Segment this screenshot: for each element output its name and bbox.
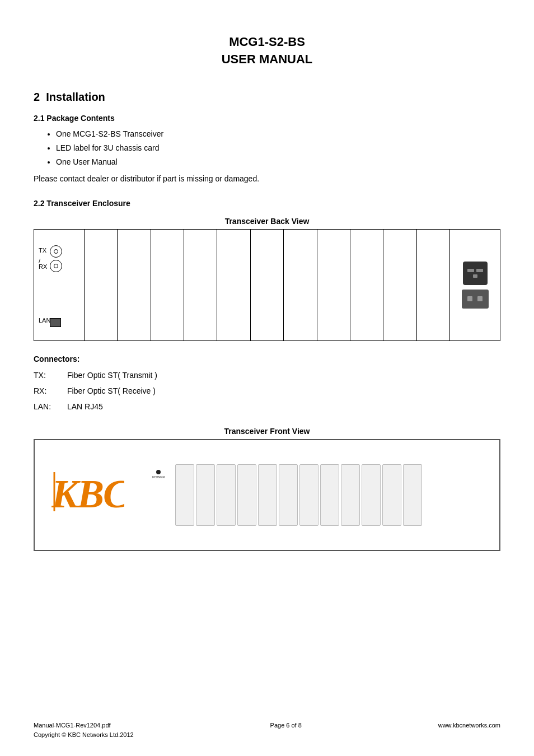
grid-col-11 (417, 230, 449, 340)
rx-port (50, 260, 62, 272)
power-plug-icon (463, 262, 488, 285)
front-port-6 (299, 464, 318, 526)
prong-left (467, 269, 474, 272)
front-port-11 (403, 464, 422, 526)
package-contents-list: One MCG1-S2-BS Transceiver LED label for… (34, 127, 500, 170)
front-port-1 (196, 464, 215, 526)
connector-tx-label: TX: (34, 369, 67, 381)
front-port-0 (175, 464, 194, 526)
back-view-diagram: TX / RX LAN (34, 229, 500, 341)
rx-port-inner (54, 264, 58, 268)
list-item: LED label for 3U chassis card (56, 141, 500, 155)
grid-col-6 (251, 230, 284, 340)
connector-rx-desc: Fiber Optic ST( Receive ) (67, 385, 500, 397)
front-port-8 (341, 464, 360, 526)
connector-row-tx: TX: Fiber Optic ST( Transmit ) (34, 369, 500, 381)
power-led-indicator (156, 470, 161, 474)
footer-copyright: Copyright © KBC Networks Ltd.2012 (34, 730, 134, 740)
tx-port-inner (54, 249, 58, 254)
connectors-section: Connectors: TX: Fiber Optic ST( Transmit… (34, 354, 500, 413)
connector-row-rx: RX: Fiber Optic ST( Receive ) (34, 385, 500, 397)
list-item: One User Manual (56, 155, 500, 169)
section-2-2-title: 2.2 Transceiver Enclosure (34, 199, 500, 208)
document-title: MCG1-S2-BS USER MANUAL (34, 34, 500, 68)
front-port-2 (217, 464, 236, 526)
back-view-left-panel: TX / RX LAN (34, 230, 85, 340)
footer-left: Manual-MCG1-Rev1204.pdf Copyright © KBC … (34, 721, 134, 739)
prong-bottom (473, 274, 477, 278)
footer-page: Page 6 of 8 (270, 721, 302, 739)
grid-col-1 (85, 230, 118, 340)
power-pin-1 (467, 296, 472, 301)
front-ports-container (175, 464, 422, 526)
back-view-grid (85, 230, 449, 340)
grid-col-5 (217, 230, 250, 340)
front-right-panel: POWER (152, 464, 422, 526)
rx-label: RX (39, 263, 47, 270)
lan-label: LAN (39, 317, 50, 324)
section-2-title: 2 Installation (34, 91, 500, 104)
front-port-10 (382, 464, 401, 526)
connectors-title: Connectors: (34, 354, 500, 363)
back-view-right-panel (449, 230, 500, 340)
grid-col-3 (151, 230, 184, 340)
power-plug-top-prongs (467, 269, 483, 272)
connector-rx-label: RX: (34, 385, 67, 397)
power-connector-icon (462, 290, 489, 309)
front-port-3 (237, 464, 256, 526)
front-port-5 (279, 464, 298, 526)
page-header: MCG1-S2-BS USER MANUAL (34, 34, 500, 68)
power-led-label: POWER (152, 475, 165, 479)
footer-filename: Manual-MCG1-Rev1204.pdf (34, 721, 134, 730)
footer-website: www.kbcnetworks.com (438, 721, 500, 739)
power-led-column: POWER (152, 470, 165, 479)
connector-table: TX: Fiber Optic ST( Transmit ) RX: Fiber… (34, 369, 500, 413)
tx-rx-labels: TX (39, 246, 46, 255)
back-view-label: Transceiver Back View (34, 217, 500, 226)
list-item: One MCG1-S2-BS Transceiver (56, 127, 500, 141)
grid-col-9 (350, 230, 383, 340)
page-footer: Manual-MCG1-Rev1204.pdf Copyright © KBC … (34, 721, 500, 739)
connector-lan-label: LAN: (34, 400, 67, 413)
connector-tx-desc: Fiber Optic ST( Transmit ) (67, 369, 500, 381)
kbc-logo-svg: KBC (51, 469, 124, 514)
grid-col-10 (383, 230, 416, 340)
lan-port (50, 318, 61, 327)
front-port-4 (258, 464, 277, 526)
front-view-diagram: KBC POWER (34, 439, 500, 551)
section-2-1-title: 2.1 Package Contents (34, 114, 500, 123)
tx-port (50, 245, 62, 258)
connector-row-lan: LAN: LAN RJ45 (34, 400, 500, 413)
package-note: Please contact dealer or distributor if … (34, 172, 500, 185)
grid-col-4 (184, 230, 217, 340)
power-pin-2 (477, 296, 483, 301)
grid-col-8 (317, 230, 350, 340)
front-view-label: Transceiver Front View (34, 427, 500, 436)
grid-col-7 (284, 230, 317, 340)
kbc-logo: KBC (51, 469, 124, 521)
front-port-7 (320, 464, 339, 526)
grid-col-2 (118, 230, 151, 340)
svg-text:KBC: KBC (51, 472, 124, 514)
connector-lan-desc: LAN RJ45 (67, 400, 500, 413)
front-port-9 (362, 464, 381, 526)
prong-right (476, 269, 483, 272)
